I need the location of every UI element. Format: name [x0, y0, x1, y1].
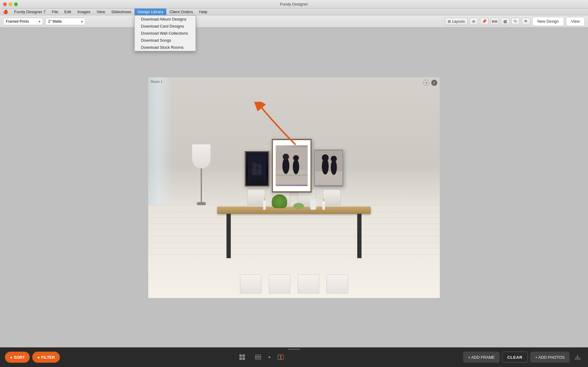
menu-edit[interactable]: Edit — [61, 9, 74, 15]
layouts-button[interactable]: ⊞ Layouts — [445, 18, 468, 25]
eye-icon: 👁 — [524, 19, 528, 24]
mat-type-select[interactable]: 2" Matte 1" Matte No Mat — [45, 18, 85, 25]
vase — [310, 199, 316, 210]
zoom-fit-button[interactable]: ⊕ — [470, 18, 478, 25]
print-type-selector[interactable]: Framed Prints Canvas Prints Metal Prints… — [3, 18, 43, 25]
bottom-right-controls: + ADD FRAME CLEAR + ADD PHOTOS — [463, 352, 583, 363]
view-button[interactable]: View — [566, 17, 585, 26]
pin-button[interactable]: 📌 — [480, 18, 489, 25]
mat-type-selector[interactable]: 2" Matte 1" Matte No Mat ▼ — [45, 18, 85, 25]
grid-icon: ⊞ — [448, 19, 451, 24]
toolbar-right-controls: ⊞ Layouts ⊕ 📌 BW ▦ ✎ 👁 New Design View — [445, 17, 585, 26]
table-leg-right — [357, 214, 362, 258]
add-overlay-button[interactable]: + — [423, 80, 429, 86]
clear-button[interactable]: CLEAR — [502, 352, 528, 363]
menu-view[interactable]: View — [94, 9, 108, 15]
sort-button[interactable]: ◂ SORT — [5, 352, 30, 363]
toolbar: Framed Prints Canvas Prints Metal Prints… — [0, 15, 588, 28]
frame-right[interactable] — [314, 150, 343, 186]
grid-view-button[interactable]: ▦ — [501, 18, 509, 25]
couple-svg-2 — [276, 145, 308, 186]
candle-left — [263, 198, 266, 210]
grid-icon-2: ▦ — [503, 19, 507, 24]
layers-icon-btn[interactable] — [253, 352, 264, 363]
couple-photo-2 — [276, 145, 308, 186]
svg-point-26 — [331, 156, 337, 162]
print-type-select[interactable]: Framed Prints Canvas Prints Metal Prints — [3, 18, 43, 25]
chairs-front-row — [240, 274, 348, 293]
svg-point-12 — [257, 164, 262, 168]
svg-point-18 — [283, 154, 289, 160]
dropdown-download-album[interactable]: Download Album Designs — [135, 16, 195, 23]
menu-file[interactable]: File — [49, 9, 61, 15]
bottom-center-controls — [237, 352, 286, 363]
svg-rect-29 — [242, 354, 245, 357]
lamp-base — [197, 202, 206, 205]
window-title: Fundy Designer — [280, 2, 308, 6]
chair-front-2 — [269, 274, 290, 293]
svg-rect-31 — [242, 357, 245, 360]
menu-help[interactable]: Help — [196, 9, 211, 15]
room-background: Room 1 — [148, 77, 440, 298]
couple-svg-3 — [315, 151, 342, 185]
close-button[interactable] — [3, 2, 7, 6]
compare-icon — [277, 354, 284, 361]
layers-icon — [255, 354, 261, 361]
grid-icon-btn[interactable] — [237, 352, 248, 363]
pencil-icon: ✎ — [514, 19, 517, 24]
preview-button[interactable]: 👁 — [522, 18, 530, 25]
compare-icon-btn[interactable] — [275, 352, 286, 363]
grid-view-icon — [239, 354, 246, 361]
zoom-icon: ⊕ — [472, 19, 475, 24]
menu-apple[interactable]: 🍎 — [0, 9, 11, 15]
svg-rect-13 — [250, 175, 265, 183]
center-indicator — [269, 356, 270, 358]
floor-lamp — [192, 144, 211, 205]
room-view: Room 1 — [148, 77, 440, 298]
checkmark-overlay: ✓ — [431, 80, 437, 86]
add-photos-button[interactable]: + ADD PHOTOS — [530, 352, 570, 363]
export-button[interactable] — [572, 352, 583, 363]
frame-left[interactable] — [245, 151, 269, 186]
bw-button[interactable]: BW — [490, 18, 499, 25]
bowl — [293, 203, 304, 209]
dropdown-download-stock[interactable]: Download Stock Rooms — [135, 44, 195, 51]
frame-left-inner — [246, 152, 269, 185]
chair-front-1 — [240, 274, 261, 293]
fullscreen-button[interactable] — [14, 2, 18, 6]
bottom-left-controls: ◂ SORT ◂ FILTER — [5, 352, 60, 363]
edit-button[interactable]: ✎ — [511, 18, 520, 25]
svg-rect-30 — [239, 357, 242, 360]
svg-point-17 — [282, 158, 289, 174]
menu-client-orders[interactable]: Client Orders — [166, 9, 196, 15]
svg-rect-15 — [276, 170, 308, 185]
couple-photo-3 — [315, 151, 342, 185]
svg-point-25 — [331, 160, 337, 175]
dropdown-download-card[interactable]: Download Card Designs — [135, 23, 195, 30]
filter-button[interactable]: ◂ FILTER — [32, 352, 60, 363]
menu-images[interactable]: Images — [74, 9, 94, 15]
room-label: Room 1 — [151, 80, 163, 83]
menu-app-name[interactable]: Fundy Designer 7 — [11, 9, 49, 15]
filter-arrow-icon: ◂ — [37, 355, 39, 360]
bottom-toolbar: ◂ SORT ◂ FILTER — [0, 347, 588, 367]
couple-photo-1 — [248, 155, 266, 183]
dropdown-download-songs[interactable]: Download Songs — [135, 37, 195, 44]
lamp-shade — [192, 144, 211, 168]
drag-handle — [288, 349, 300, 350]
dropdown-download-wall[interactable]: Download Wall Collections — [135, 30, 195, 37]
table-decor — [263, 194, 325, 210]
frame-center[interactable] — [272, 139, 312, 193]
add-frame-button[interactable]: + ADD FRAME — [463, 352, 500, 363]
wall-frames — [245, 139, 343, 193]
export-icon — [574, 354, 581, 361]
new-design-button[interactable]: New Design — [532, 17, 564, 26]
minimize-button[interactable] — [9, 2, 12, 6]
chair-front-4 — [327, 274, 348, 293]
svg-rect-36 — [281, 355, 284, 360]
svg-point-19 — [293, 159, 299, 174]
svg-point-20 — [293, 155, 299, 161]
menu-slideshows[interactable]: Slideshows — [108, 9, 135, 15]
menu-design-library[interactable]: Design Library Download Album Designs Do… — [134, 9, 166, 15]
frame-center-mat — [273, 140, 311, 191]
